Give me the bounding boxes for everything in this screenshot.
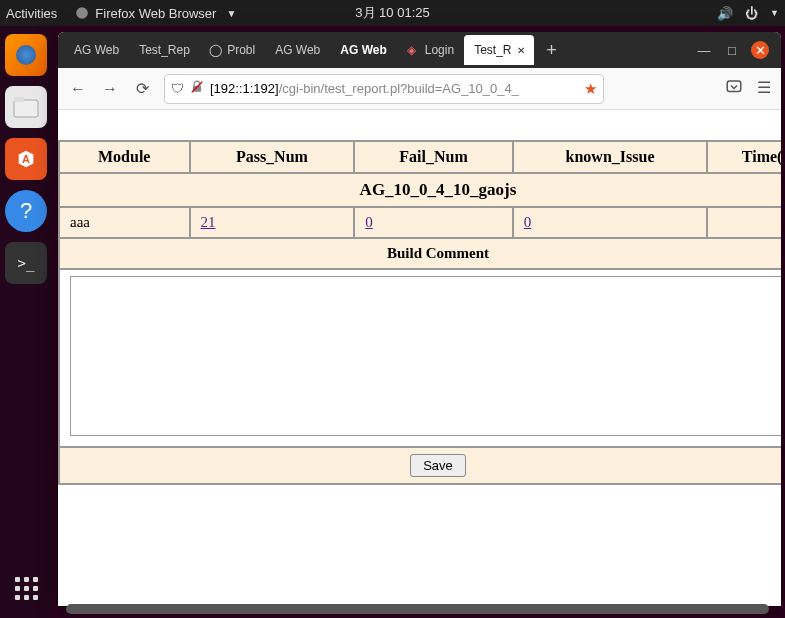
report-table: AG_10_0_4_10_gaojs Module Pass_Num Fail_… [58, 140, 781, 485]
col-pass: Pass_Num [190, 141, 355, 173]
tab-3[interactable]: AG Web [265, 35, 330, 65]
tab-label: Probl [227, 43, 255, 57]
tab-strip: AG Web Test_Rep ◯Probl AG Web AG Web ◈Lo… [58, 32, 781, 68]
dock-software[interactable]: A [5, 138, 47, 180]
insecure-lock-icon[interactable] [190, 80, 204, 97]
minimize-button[interactable]: — [695, 41, 713, 59]
tab-6-active[interactable]: Test_R✕ [464, 35, 534, 65]
maximize-button[interactable]: □ [723, 41, 741, 59]
dock-firefox[interactable] [5, 34, 47, 76]
known-link[interactable]: 0 [524, 214, 532, 230]
nav-bar: ← → ⟳ 🛡 [192::1:192]/cgi-bin/test_report… [58, 68, 781, 110]
firefox-small-icon [75, 6, 89, 20]
reload-button[interactable]: ⟳ [132, 79, 152, 98]
tab-0[interactable]: AG Web [64, 35, 129, 65]
chevron-down-icon[interactable]: ▼ [770, 8, 779, 18]
power-icon[interactable]: ⏻ [745, 6, 758, 21]
comment-textarea[interactable] [70, 276, 781, 436]
dock-terminal[interactable]: >_ [5, 242, 47, 284]
build-title: AG_10_0_4_10_gaojs [59, 173, 781, 207]
bookmark-star-icon[interactable]: ★ [584, 80, 597, 98]
dock: A ? >_ [0, 26, 52, 618]
window-controls: — □ ✕ [695, 41, 775, 59]
table-row: aaa 21 0 0 [59, 207, 781, 238]
tab-label: AG Web [74, 43, 119, 57]
dropdown-icon: ▼ [226, 8, 236, 19]
url-bar[interactable]: 🛡 [192::1:192]/cgi-bin/test_report.pl?bu… [164, 74, 604, 104]
clock[interactable]: 3月 10 01:25 [355, 4, 429, 22]
tab-label: Test_R [474, 43, 511, 57]
new-tab-button[interactable]: + [534, 40, 569, 61]
comment-header: Build Comment [59, 238, 781, 269]
cell-module: aaa [59, 207, 190, 238]
cell-time [707, 207, 781, 238]
svg-point-0 [76, 7, 88, 19]
close-window-button[interactable]: ✕ [751, 41, 769, 59]
favicon-icon: ◯ [209, 43, 223, 57]
app-menu[interactable]: Firefox Web Browser ▼ [75, 6, 236, 21]
dock-apps-grid[interactable] [15, 577, 38, 600]
volume-icon[interactable]: 🔊 [717, 6, 733, 21]
svg-rect-6 [727, 81, 741, 92]
col-known: known_Issue [513, 141, 707, 173]
hamburger-menu-icon[interactable]: ☰ [757, 78, 771, 100]
url-text: [192::1:192]/cgi-bin/test_report.pl?buil… [210, 81, 578, 96]
tab-label: Test_Rep [139, 43, 190, 57]
save-button[interactable]: Save [410, 454, 466, 477]
horizontal-scrollbar[interactable] [66, 604, 769, 614]
tab-2[interactable]: ◯Probl [199, 35, 265, 65]
shield-icon[interactable]: 🛡 [171, 81, 184, 96]
dock-help[interactable]: ? [5, 190, 47, 232]
back-button[interactable]: ← [68, 80, 88, 98]
activities-button[interactable]: Activities [6, 6, 57, 21]
dock-files[interactable] [5, 86, 47, 128]
svg-text:A: A [22, 153, 30, 165]
page-content: AG_10_0_4_10_gaojs Module Pass_Num Fail_… [58, 110, 781, 606]
pocket-icon[interactable] [725, 78, 743, 100]
forward-button[interactable]: → [100, 80, 120, 98]
tab-label: Login [425, 43, 454, 57]
tab-label: AG Web [275, 43, 320, 57]
col-time: Time( [707, 141, 781, 173]
system-tray[interactable]: 🔊 ⏻ ▼ [717, 6, 779, 21]
col-fail: Fail_Num [354, 141, 513, 173]
tab-4[interactable]: AG Web [330, 35, 396, 65]
favicon-icon: ◈ [407, 43, 421, 57]
col-module: Module [59, 141, 190, 173]
close-tab-icon[interactable]: ✕ [517, 45, 525, 56]
fail-link[interactable]: 0 [365, 214, 373, 230]
firefox-window: AG Web Test_Rep ◯Probl AG Web AG Web ◈Lo… [58, 32, 781, 606]
svg-rect-2 [14, 97, 24, 102]
svg-rect-1 [14, 100, 38, 117]
app-menu-label: Firefox Web Browser [95, 6, 216, 21]
tab-5[interactable]: ◈Login [397, 35, 464, 65]
pass-link[interactable]: 21 [201, 214, 216, 230]
tab-1[interactable]: Test_Rep [129, 35, 199, 65]
gnome-topbar: Activities Firefox Web Browser ▼ 3月 10 0… [0, 0, 785, 26]
tab-label: AG Web [340, 43, 386, 57]
